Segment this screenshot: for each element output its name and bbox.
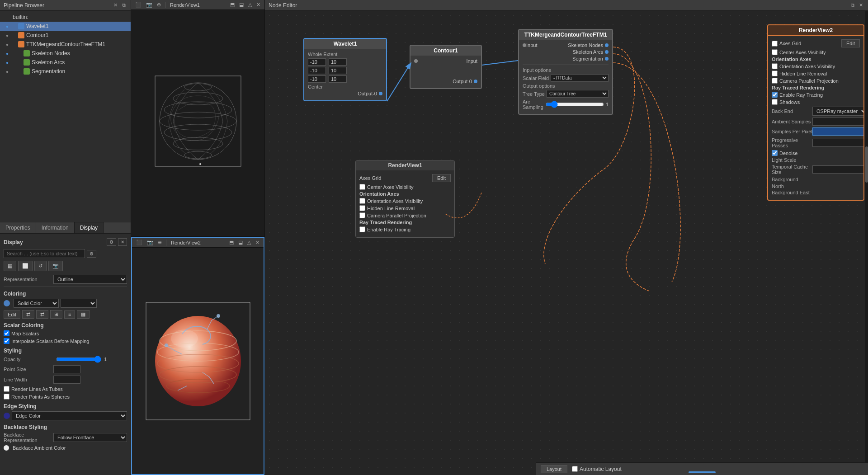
pipeline-float-btn[interactable]: ⧉ [121,2,127,9]
ttk-skeleton-arcs-port[interactable] [605,50,609,54]
vp2-btn3[interactable]: ⊕ [156,239,163,246]
contour1-node[interactable]: Contour1 Input Output-0 [410,45,482,89]
display-settings-btn[interactable]: ⚙ [107,238,116,246]
contour-input-port[interactable] [414,59,418,63]
rv2-backend-select[interactable]: OSPRay raycaster [812,107,863,116]
refresh-icon-btn[interactable]: ↺ [34,261,47,271]
tree-item-builtin[interactable]: builtin: [0,13,131,22]
edge-color-select[interactable]: Edge Color [12,411,127,420]
vp2-close[interactable]: ✕ [254,239,261,246]
render-points-checkbox[interactable] [4,394,9,400]
coloring-btn4[interactable]: ⊞ [50,310,62,319]
rv1-edit-btn[interactable]: Edit [432,174,451,182]
rv2-hidden-line-checkbox[interactable] [772,71,778,76]
node-editor-close-btn[interactable]: ✕ [858,2,864,9]
ttk-input-port[interactable] [523,43,526,47]
layout-btn[interactable]: Layout [541,465,567,473]
backface-rep-select[interactable]: Follow Frontface [53,433,127,442]
coloring-btn6[interactable]: ▦ [77,310,90,319]
tab-properties[interactable]: Properties [0,222,36,233]
wavelet-output-port[interactable] [379,92,382,95]
point-size-input[interactable]: 2 [53,365,80,373]
tree-item-wavelet1[interactable]: ● Wavelet1 [0,22,131,31]
vp1-btn2[interactable]: 📷 [145,1,154,8]
vp2-layout-v[interactable]: ⬓ [237,239,244,246]
opacity-slider[interactable] [56,356,101,363]
tree-item-contour1[interactable]: ● Contour1 [0,31,131,40]
node-editor-float-btn[interactable]: ⧉ [849,2,856,9]
rv2-edit-btn[interactable]: Edit [841,39,860,47]
rv1-center-axes-checkbox[interactable] [359,184,365,190]
coloring-edit-btn[interactable]: Edit [4,310,20,319]
node-editor-scrollbar-thumb[interactable] [865,146,868,183]
tree-item-skeleton-arcs[interactable]: ● Skeleton Arcs [0,58,131,67]
rv2-samples-input[interactable]: 11 [812,127,863,136]
tree-item-skeleton-nodes[interactable]: ● Skeleton Nodes [0,49,131,58]
map-scalars-checkbox[interactable] [4,330,9,336]
coloring-btn2[interactable]: ⇄ [22,310,34,319]
node-canvas[interactable]: Wavelet1 Whole Extent [265,11,868,475]
wavelet1-node[interactable]: Wavelet1 Whole Extent [303,38,387,101]
interpolate-checkbox[interactable] [4,338,9,344]
renderview1-node[interactable]: RenderView1 Axes Grid Edit Center Axes V… [355,160,455,238]
rv2-center-axes-checkbox[interactable] [772,49,778,55]
vp1-expand[interactable]: △ [247,1,253,8]
tree-item-ttk[interactable]: ● TTKMergeandContourTreeFTM1 [0,40,131,49]
rv2-orientation-vis-checkbox[interactable] [772,63,778,69]
wavelet-z2-input[interactable] [329,75,347,83]
vp2-layout-h[interactable]: ⬒ [228,239,235,246]
rv2-camera-checkbox[interactable] [772,78,778,84]
representation-select[interactable]: Outline [53,275,127,284]
wavelet-x1-input[interactable] [308,58,326,66]
screenshot-icon-btn[interactable]: 📷 [48,261,63,271]
pipeline-close-btn[interactable]: ✕ [112,2,119,9]
bottom-scrollbar-thumb[interactable] [689,471,716,473]
vp2-btn2[interactable]: 📷 [146,239,155,246]
vp2-expand[interactable]: △ [246,239,252,246]
props-search-input[interactable] [4,249,85,258]
tab-display[interactable]: Display [75,222,104,233]
ttk-scalar-select[interactable]: - RTData [551,74,609,82]
vp1-layout-v[interactable]: ⬓ [238,1,245,8]
wavelet-z1-input[interactable] [308,75,326,83]
line-width-input[interactable]: 1 [53,376,80,384]
node-editor-vscrollbar[interactable] [865,11,868,462]
coloring-btn5[interactable]: ≡ [64,310,75,319]
wireframe-icon-btn[interactable]: ⬜ [18,261,33,271]
ttk-node[interactable]: TTKMergeandContourTreeFTM1 Input Skeleto… [518,29,613,115]
tree-item-segmentation[interactable]: ● Segmentation [0,67,131,76]
coloring-btn3[interactable]: ⇄ [36,310,48,319]
rv1-enable-ray-checkbox[interactable] [359,226,365,232]
tab-information[interactable]: Information [36,222,75,233]
rv2-shadows-checkbox[interactable] [772,99,778,105]
vp1-layout-h[interactable]: ⬒ [229,1,236,8]
wavelet-y1-input[interactable] [308,67,326,74]
rv2-denoise-checkbox[interactable] [772,150,778,156]
rv1-camera-checkbox[interactable] [359,212,365,218]
wavelet-x2-input[interactable] [329,58,347,66]
display-close-btn[interactable]: ✕ [118,238,127,246]
coloring-select[interactable]: Solid Color [14,299,59,308]
rv2-temporal-input[interactable]: 0 [812,165,863,174]
wavelet-y2-input[interactable] [329,67,347,74]
rv1-hidden-line-checkbox[interactable] [359,205,365,211]
surface-icon-btn[interactable]: ▦ [4,261,16,271]
vp1-close[interactable]: ✕ [255,1,262,8]
renderview1-content[interactable] [131,10,264,236]
rv1-orientation-vis-checkbox[interactable] [359,198,365,204]
contour-output-port[interactable] [474,80,477,83]
renderview2-node[interactable]: RenderView2 Axes Grid Edit Center Axes V… [767,24,864,201]
renderview2-content[interactable] [132,248,264,474]
coloring-secondary-select[interactable] [61,299,97,308]
ttk-skeleton-nodes-port[interactable] [605,43,609,47]
vp1-btn1[interactable]: ⬛ [134,1,143,8]
render-lines-checkbox[interactable] [4,386,9,392]
vp2-btn1[interactable]: ⬛ [135,239,144,246]
vp1-btn3[interactable]: ⊕ [156,1,162,8]
rv2-axes-grid-checkbox[interactable] [772,41,778,47]
ttk-arc-sampling-slider[interactable] [546,101,604,108]
rv2-enable-ray-checkbox[interactable] [772,92,778,98]
rv2-ambient-input[interactable]: 3 [812,118,863,126]
auto-layout-checkbox[interactable] [572,466,578,472]
rv2-progressive-input[interactable]: 1 [812,139,863,147]
